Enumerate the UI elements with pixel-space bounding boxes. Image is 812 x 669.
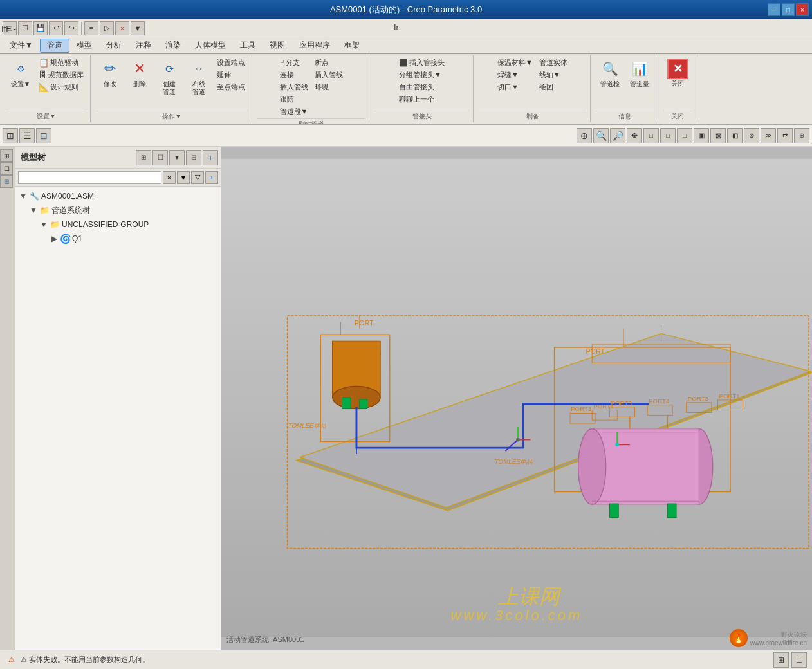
vp-zoom-in[interactable]: 🔍 — [593, 128, 609, 143]
set-endpoint-button[interactable]: 设置端点 — [214, 57, 248, 68]
strip-btn-2[interactable]: ☐ — [0, 162, 13, 175]
pipe-check-button[interactable]: 🔍 管道检 — [596, 57, 624, 95]
search-filter-button[interactable]: ▽ — [191, 171, 204, 184]
pipe-solid-button[interactable]: 管道实体 — [537, 57, 570, 68]
tree-settings-button[interactable]: ⊞ — [136, 150, 151, 165]
vp-zoom-out[interactable]: 🔎 — [610, 128, 625, 143]
insert-connector-button[interactable]: ⬛插入管接头 — [396, 57, 447, 68]
qa-open-button[interactable]: ☐ — [18, 21, 32, 35]
vp-orient2[interactable]: □ — [660, 128, 676, 143]
spec-driven-button[interactable]: 📋 规范驱动 — [36, 57, 86, 68]
vp-section[interactable]: ⊗ — [744, 128, 759, 143]
design-rules-button[interactable]: 📐 设计规则 — [36, 81, 86, 93]
qa-undo-button[interactable]: ↩ — [49, 21, 63, 35]
menu-pipeline[interactable]: 管道 — [40, 39, 69, 53]
drawing-button[interactable]: 绘图 — [537, 81, 570, 93]
vp-settings[interactable]: ⊕ — [794, 128, 809, 143]
view-detail-button[interactable]: ⊟ — [36, 128, 51, 143]
maximize-button[interactable]: □ — [782, 3, 795, 16]
tree-item-asm0001[interactable]: ▼ 🔧 ASM0001.ASM — [15, 189, 221, 203]
menu-file[interactable]: 文件▼ — [3, 39, 40, 53]
prev-connector-button[interactable]: 聊聊上一个 — [396, 93, 447, 105]
menu-human-model[interactable]: 人体模型 — [188, 39, 233, 53]
status-btn-2[interactable]: ☐ — [791, 652, 807, 668]
vp-display2[interactable]: ▩ — [710, 128, 726, 143]
delete-button[interactable]: ✕ 删除 — [125, 57, 154, 95]
menu-tools[interactable]: 工具 — [233, 39, 263, 53]
tree-columns-button[interactable]: ☐ — [152, 150, 168, 165]
qa-new-button[interactable]: □ — [3, 21, 17, 35]
spool-button[interactable]: 线轴▼ — [537, 69, 570, 80]
menu-framework[interactable]: 框架 — [337, 39, 367, 53]
free-connector-button[interactable]: 自由管接头 — [396, 81, 447, 93]
settings-dropdown-button[interactable]: ⚙ 设置▼ — [6, 57, 35, 95]
weld-button[interactable]: 焊缝▼ — [495, 69, 535, 80]
close-button[interactable]: × — [796, 3, 809, 16]
tree-add-button[interactable]: + — [203, 150, 218, 165]
follow-button[interactable]: 跟随 — [277, 93, 311, 105]
spec-db-button[interactable]: 🗄 规范数据库 — [36, 69, 86, 80]
pipe-quantity-button[interactable]: 📊 管道量 — [625, 57, 654, 95]
qa-redo-button[interactable]: ↪ — [64, 21, 78, 35]
menu-render[interactable]: 渲染 — [158, 39, 188, 53]
menu-applications[interactable]: 应用程序 — [292, 39, 337, 53]
create-pipe-button[interactable]: ⟳ 创建管道 — [155, 57, 183, 98]
vp-zoom-fit[interactable]: ⊕ — [577, 128, 592, 143]
vp-orient3[interactable]: □ — [677, 128, 692, 143]
close-ribbon-button[interactable]: ✕ 关闭 — [663, 57, 692, 90]
group-connector-button[interactable]: 分组管接头▼ — [396, 69, 447, 80]
vp-more2[interactable]: ⇄ — [777, 128, 793, 143]
branch-button[interactable]: ⑂分支 — [277, 57, 311, 68]
strip-btn-1[interactable]: ⊞ — [0, 149, 13, 162]
search-go-button[interactable]: ▼ — [177, 171, 190, 184]
cutout-button[interactable]: 切口▼ — [495, 81, 535, 93]
strip-btn-3[interactable]: ⊟ — [0, 175, 13, 188]
tree-more-button[interactable]: ▼ — [169, 150, 185, 165]
qa-stop-button[interactable]: × — [115, 21, 129, 35]
tree-config-button[interactable]: ⊟ — [186, 150, 201, 165]
viewport[interactable]: PORT PORT PORT3 PORT4 PORT3 PORT1 PORT3 … — [221, 147, 812, 650]
qa-save-button[interactable]: 💾 — [33, 21, 48, 35]
tree-item-pipeline-sys[interactable]: ▼ 📁 管道系统树 — [15, 203, 221, 217]
qa-menu-button[interactable]: ≡ — [84, 21, 98, 35]
pipe-segment-button[interactable]: 管道段▼ — [277, 105, 311, 117]
route-pipe-button[interactable]: ↔ 布线管道 — [185, 57, 213, 98]
quick-access-toolbar: □ ☐ 💾 ↩ ↪ ≡ ▷ × ▼ IfF - Ir — [0, 19, 812, 37]
menu-annotation[interactable]: 注释 — [129, 39, 158, 53]
search-clear-button[interactable]: × — [163, 171, 176, 184]
status-message: ⚠ 实体失败。不能用当前参数构造几何。 — [21, 655, 149, 664]
modify-button[interactable]: ✏ 修改 — [96, 57, 124, 95]
insulation-button[interactable]: 保温材料▼ — [495, 57, 535, 68]
qa-run-button[interactable]: ▷ — [100, 21, 114, 35]
insert-pipeline-button[interactable]: 插入管线 — [277, 81, 311, 93]
vp-orient1[interactable]: □ — [643, 128, 659, 143]
tree-item-unclassified[interactable]: ▼ 📁 UNCLASSIFIED-GROUP — [15, 217, 221, 232]
connector-group-label: 管接头 — [374, 111, 469, 121]
qa-dropdown-button[interactable]: ▼ — [131, 21, 145, 35]
menu-analysis[interactable]: 分析 — [99, 39, 129, 53]
breakpoint-button[interactable]: 断点 — [312, 57, 346, 68]
vp-pan[interactable]: ✥ — [627, 128, 642, 143]
vp-more1[interactable]: ≫ — [761, 128, 776, 143]
extend-button[interactable]: 延伸 — [214, 69, 248, 80]
connect-button[interactable]: 连接 — [277, 69, 311, 80]
view-list-button[interactable]: ☰ — [19, 128, 35, 143]
status-btn-1[interactable]: ⊞ — [773, 652, 789, 668]
mfg-col1: 保温材料▼ 焊缝▼ 切口▼ — [495, 57, 535, 93]
menu-view[interactable]: 视图 — [263, 39, 292, 53]
close-ribbon-label: 关闭 — [671, 79, 684, 88]
search-add-button[interactable]: + — [205, 171, 218, 184]
outer-icon-strip: ⊞ ☐ ⊟ — [0, 147, 15, 650]
search-input[interactable] — [18, 171, 161, 184]
menu-model[interactable]: 模型 — [69, 39, 99, 53]
minimize-button[interactable]: ─ — [768, 3, 780, 16]
svg-text:PORT1: PORT1 — [593, 403, 614, 410]
tree-item-q1[interactable]: ▶ 🌀 Q1 — [15, 232, 221, 246]
modify-icon: ✏ — [100, 59, 120, 79]
environment-button[interactable]: 环境 — [312, 81, 346, 93]
view-grid-button[interactable]: ⊞ — [3, 128, 18, 143]
to-point-button[interactable]: 至点端点 — [214, 81, 248, 93]
vp-display1[interactable]: ▣ — [694, 128, 709, 143]
vp-display3[interactable]: ◧ — [727, 128, 743, 143]
insert-line-button[interactable]: 插入管线 — [312, 69, 346, 80]
